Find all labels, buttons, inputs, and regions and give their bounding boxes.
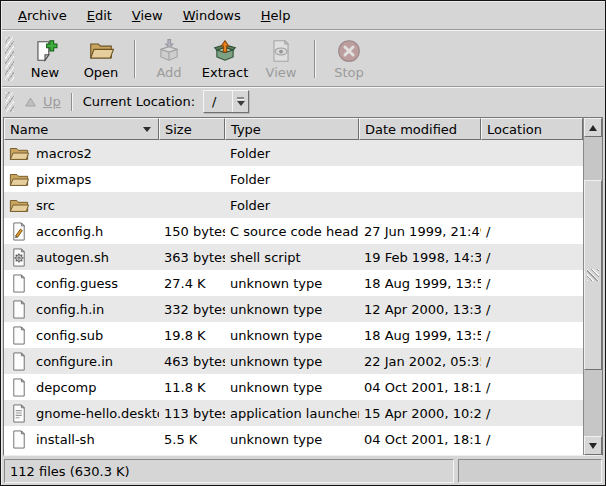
file-type-cell: application launcher bbox=[225, 400, 359, 426]
file-type-cell: Folder bbox=[225, 140, 359, 166]
toolbar-drag-handle[interactable] bbox=[5, 37, 14, 81]
toolbar-button-view[interactable]: View bbox=[253, 34, 309, 84]
doc-lines-icon bbox=[9, 404, 29, 423]
file-name-cell: install-sh bbox=[4, 426, 159, 452]
file-size-cell: 113 bytes bbox=[159, 400, 225, 426]
file-location-cell: / bbox=[481, 348, 583, 374]
doc-gear-icon bbox=[9, 248, 29, 267]
column-header-type[interactable]: Type bbox=[225, 118, 359, 140]
scroll-down-icon bbox=[589, 443, 597, 449]
menu-windows[interactable]: Windows bbox=[173, 4, 251, 27]
table-row[interactable]: autogen.sh363 bytesshell script19 Feb 19… bbox=[4, 244, 583, 270]
file-type-cell: unknown type bbox=[225, 270, 359, 296]
status-panel: 112 files (630.3 K) bbox=[4, 459, 454, 483]
file-name: depcomp bbox=[36, 380, 97, 395]
file-size-cell bbox=[159, 166, 225, 192]
dropdown-indicator-icon bbox=[232, 91, 248, 112]
column-header-label: Date modified bbox=[365, 122, 457, 137]
file-date-cell bbox=[359, 166, 481, 192]
toolbar-button-label: Extract bbox=[202, 66, 249, 80]
toolbar-separator bbox=[134, 40, 136, 78]
sort-descending-icon bbox=[143, 127, 151, 132]
file-date-cell bbox=[359, 140, 481, 166]
file-name: acconfig.h bbox=[36, 224, 103, 239]
toolbar-button-label: Stop bbox=[334, 66, 364, 80]
current-location-label: Current Location: bbox=[83, 94, 195, 109]
file-name: pixmaps bbox=[36, 172, 91, 187]
column-header-label: Type bbox=[231, 122, 261, 137]
up-button[interactable]: Up bbox=[17, 92, 69, 111]
folder-icon bbox=[9, 196, 29, 215]
table-row[interactable]: acconfig.h150 bytesC source code header2… bbox=[4, 218, 583, 244]
table-row[interactable]: gnome-hello.desktop113 bytesapplication … bbox=[4, 400, 583, 426]
file-name: install-sh bbox=[36, 432, 95, 447]
file-date-cell: 18 Aug 1999, 13:53 bbox=[359, 322, 481, 348]
file-name: config.sub bbox=[36, 328, 103, 343]
file-date-cell: 04 Oct 2001, 18:12 bbox=[359, 426, 481, 452]
file-type-cell: unknown type bbox=[225, 348, 359, 374]
file-name-cell: configure.in bbox=[4, 348, 159, 374]
file-size-cell: 463 bytes bbox=[159, 348, 225, 374]
file-type-cell: shell script bbox=[225, 244, 359, 270]
file-size-cell: 19.8 K bbox=[159, 322, 225, 348]
folder-icon bbox=[9, 144, 29, 163]
table-row[interactable]: macros2Folder bbox=[4, 140, 583, 166]
file-type-cell: Folder bbox=[225, 166, 359, 192]
file-name: config.h.in bbox=[36, 302, 104, 317]
file-location-cell bbox=[481, 166, 583, 192]
column-header-date-modified[interactable]: Date modified bbox=[359, 118, 481, 140]
file-date-cell: 12 Apr 2000, 13:36 bbox=[359, 296, 481, 322]
file-size-cell bbox=[159, 140, 225, 166]
table-row[interactable]: config.sub19.8 Kunknown type18 Aug 1999,… bbox=[4, 322, 583, 348]
column-header-location[interactable]: Location bbox=[481, 118, 583, 140]
scroll-down-button[interactable] bbox=[584, 436, 602, 455]
toolbar-button-label: Open bbox=[84, 66, 119, 80]
scrollbar-trough[interactable] bbox=[584, 137, 602, 436]
stop-icon bbox=[336, 38, 362, 64]
toolbar-button-extract[interactable]: Extract bbox=[197, 34, 253, 84]
new-icon bbox=[32, 38, 58, 64]
archive-manager-window: ArchiveEditViewWindowsHelp NewOpenAddExt… bbox=[0, 0, 606, 486]
table-row[interactable]: config.h.in332 bytesunknown type12 Apr 2… bbox=[4, 296, 583, 322]
file-location-cell: / bbox=[481, 374, 583, 400]
file-location-cell: / bbox=[481, 400, 583, 426]
table-row[interactable]: pixmapsFolder bbox=[4, 166, 583, 192]
file-name: autogen.sh bbox=[36, 250, 109, 265]
toolbar-button-new[interactable]: New bbox=[17, 34, 73, 84]
menu-view[interactable]: View bbox=[122, 4, 173, 27]
column-header-label: Location bbox=[487, 122, 542, 137]
column-header-label: Name bbox=[10, 122, 48, 137]
toolbar-button-stop[interactable]: Stop bbox=[321, 34, 377, 84]
view-icon bbox=[268, 38, 294, 64]
file-name-cell: depcomp bbox=[4, 374, 159, 400]
scroll-up-button[interactable] bbox=[584, 118, 602, 137]
file-location-cell: / bbox=[481, 322, 583, 348]
toolbar-button-open[interactable]: Open bbox=[73, 34, 129, 84]
table-row[interactable]: configure.in463 bytesunknown type22 Jan … bbox=[4, 348, 583, 374]
table-row[interactable]: config.guess27.4 Kunknown type18 Aug 199… bbox=[4, 270, 583, 296]
file-date-cell bbox=[359, 192, 481, 218]
vertical-scrollbar[interactable] bbox=[583, 118, 602, 455]
file-location-cell: / bbox=[481, 244, 583, 270]
column-header-name[interactable]: Name bbox=[4, 118, 159, 140]
doc-icon bbox=[9, 430, 29, 449]
column-header-size[interactable]: Size bbox=[159, 118, 225, 140]
location-dropdown[interactable]: / bbox=[203, 90, 249, 113]
menu-edit[interactable]: Edit bbox=[77, 4, 122, 27]
up-button-label: Up bbox=[43, 94, 61, 109]
scrollbar-thumb[interactable] bbox=[584, 180, 602, 370]
column-header-row: NameSizeTypeDate modifiedLocation bbox=[4, 118, 583, 140]
folder-icon bbox=[9, 170, 29, 189]
menu-archive[interactable]: Archive bbox=[8, 4, 77, 27]
table-row[interactable]: srcFolder bbox=[4, 192, 583, 218]
file-name-cell: config.guess bbox=[4, 270, 159, 296]
toolbar-button-add[interactable]: Add bbox=[141, 34, 197, 84]
locationbar-drag-handle[interactable] bbox=[5, 92, 14, 112]
menu-help[interactable]: Help bbox=[251, 4, 301, 27]
file-name-cell: src bbox=[4, 192, 159, 218]
doc-icon bbox=[9, 274, 29, 293]
scrollbar-grip-icon bbox=[587, 269, 599, 281]
table-row[interactable]: install-sh5.5 Kunknown type04 Oct 2001, … bbox=[4, 426, 583, 452]
file-size-cell bbox=[159, 192, 225, 218]
table-row[interactable]: depcomp11.8 Kunknown type04 Oct 2001, 18… bbox=[4, 374, 583, 400]
